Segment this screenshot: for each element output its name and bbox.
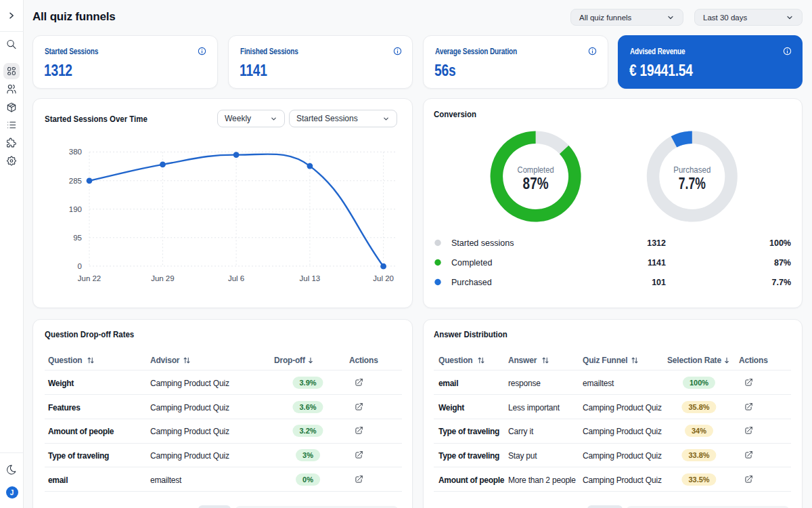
svg-text:380: 380	[69, 148, 82, 156]
svg-text:Completed: Completed	[451, 258, 492, 268]
svg-text:7.7%: 7.7%	[679, 175, 706, 192]
svg-text:1312: 1312	[647, 238, 666, 248]
svg-text:Purchased: Purchased	[673, 165, 710, 175]
svg-text:190: 190	[69, 205, 82, 213]
svg-text:Purchased: Purchased	[451, 278, 492, 287]
svg-text:101: 101	[652, 278, 666, 287]
svg-text:Jun 22: Jun 22	[78, 274, 102, 282]
svg-text:Completed: Completed	[518, 165, 554, 175]
svg-text:Jul 6: Jul 6	[228, 274, 244, 282]
svg-text:87%: 87%	[523, 175, 549, 192]
svg-text:0: 0	[78, 262, 82, 270]
svg-text:Jul 20: Jul 20	[373, 274, 394, 282]
svg-text:285: 285	[69, 177, 82, 185]
svg-text:100%: 100%	[769, 238, 791, 248]
svg-text:1141: 1141	[648, 258, 666, 268]
svg-text:87%: 87%	[774, 258, 791, 268]
svg-text:Jun 29: Jun 29	[151, 274, 175, 282]
svg-text:95: 95	[73, 234, 82, 242]
svg-text:7.7%: 7.7%	[772, 278, 792, 287]
svg-text:Started sessions: Started sessions	[451, 238, 514, 248]
svg-text:Jul 13: Jul 13	[300, 274, 321, 282]
